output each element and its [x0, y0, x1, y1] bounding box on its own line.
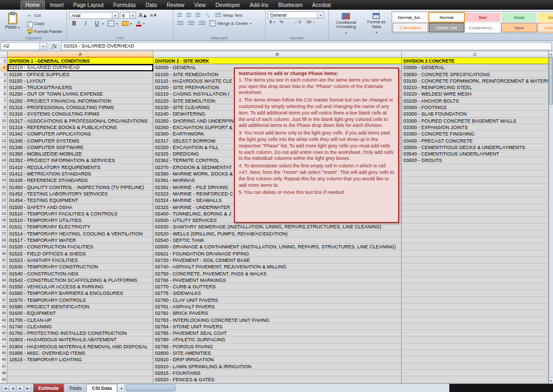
- cell-C15[interactable]: 03540 - CEMENTITIOUS UNDERLAYMENT: [402, 151, 549, 157]
- cell-C14[interactable]: 03500 - CEMENTITIOUS DECKS & UNDERLAYMEN…: [402, 144, 549, 151]
- row-header-18[interactable]: 18: [0, 171, 8, 177]
- cell-A33[interactable]: 01540 - CONSTRUCTION AIDS: [8, 271, 153, 277]
- row-header-16[interactable]: 16: [0, 157, 8, 164]
- row-header-46[interactable]: 46: [0, 356, 8, 363]
- row-header-13[interactable]: 13: [0, 138, 8, 144]
- cell-A38[interactable]: 01580 - PROJECT IDENTIFICATION: [8, 303, 153, 310]
- row-header-42[interactable]: 42: [0, 330, 8, 336]
- cell-A36[interactable]: 01560 - TEMPORARY BARRIERS & ENCLOSURES: [8, 290, 153, 296]
- cell-C48[interactable]: [402, 370, 549, 376]
- cell-A25[interactable]: 01510 - TEMPORARY UTILITIES: [8, 217, 153, 224]
- row-header-26[interactable]: 26: [0, 224, 8, 230]
- cell-A4[interactable]: 01150 - LAYOUT: [8, 78, 153, 84]
- cell-C18[interactable]: [402, 171, 549, 177]
- formula-input[interactable]: 01010 - SALARIED OVERHEAD: [61, 42, 552, 50]
- cell-A15[interactable]: 01350 - MOBILIZE/DE-MOBILIZE: [8, 151, 153, 157]
- cell-C42[interactable]: [402, 330, 549, 336]
- cell-C1[interactable]: DIVISION 3 CONCRETE: [402, 58, 549, 64]
- copy-button[interactable]: Copy: [25, 19, 64, 28]
- row-header-19[interactable]: 19: [0, 177, 8, 184]
- underline-button[interactable]: U▾: [92, 19, 105, 28]
- style-bad[interactable]: Bad: [465, 12, 501, 22]
- cell-C3[interactable]: 03050 - CONCRETE SPECIFICATIONS: [402, 71, 549, 78]
- cell-B28[interactable]: 02540 - SEPTIC TANK: [153, 237, 402, 244]
- cell-C2[interactable]: 03000 - GENERAL: [402, 64, 549, 71]
- cell-C46[interactable]: [402, 356, 549, 363]
- cell-C21[interactable]: [402, 191, 549, 197]
- cell-A16[interactable]: 01352 - PROJECT INFORMATION & SERVICES: [8, 157, 153, 164]
- cell-A13[interactable]: 01345 - COMPUTER SYSTEMS: [8, 138, 153, 144]
- cell-C38[interactable]: [402, 303, 549, 310]
- row-header-45[interactable]: 45: [0, 350, 8, 356]
- style-linked-cell[interactable]: Linked Cell: [537, 23, 553, 32]
- cell-A3[interactable]: 01100 - OFFICE SUPPLIES: [8, 71, 153, 78]
- cell-C9[interactable]: 03300 - SLAB FOUNDATION: [402, 111, 549, 117]
- cell-C35[interactable]: [402, 283, 549, 290]
- cell-C17[interactable]: [402, 164, 549, 171]
- sheet-nav-first-button[interactable]: |◀: [2, 385, 9, 391]
- horizontal-scrollbar[interactable]: ◀: [117, 384, 449, 392]
- percent-button[interactable]: %: [278, 18, 285, 25]
- row-header-12[interactable]: 12: [0, 131, 8, 137]
- cell-A8[interactable]: 01315 - PROFESSIONAL CONSULTING FIRMS: [8, 104, 153, 111]
- row-header-31[interactable]: 31: [0, 257, 8, 263]
- row-header-37[interactable]: 37: [0, 297, 8, 303]
- paste-button[interactable]: Paste ▾: [2, 11, 23, 35]
- cell-A28[interactable]: 01517 - TEMPORARY WATER: [8, 237, 153, 244]
- cell-A44[interactable]: 01904 - HAZARDOUS MATERIALS REMOVAL AND …: [8, 343, 153, 350]
- cell-B42[interactable]: 02785 - PAVEMENT SEAL COAT: [153, 330, 402, 336]
- cell-A21[interactable]: 01452 - TESTING LABORATORY SERVICES: [8, 191, 153, 197]
- cell-C27[interactable]: [402, 231, 549, 237]
- cell-C11[interactable]: 03300 - EXPANSION JOINTS: [402, 124, 549, 131]
- shrink-font-button[interactable]: A▼: [149, 12, 159, 19]
- cell-B39[interactable]: 02782 - BRICK PAVERS: [153, 310, 402, 316]
- cell-B31[interactable]: 02720 - PAVEMENT - SOIL CEMENT BASE: [153, 257, 402, 263]
- cell-B35[interactable]: 02770 - CURB & GUTTERS: [153, 283, 402, 290]
- cell-A31[interactable]: 01523 - SANITARY FACILITIES: [8, 257, 153, 263]
- row-header-17[interactable]: 17: [0, 164, 8, 171]
- cell-C13[interactable]: 03400 - PRECAST CONCRETE: [402, 138, 549, 144]
- row-header-14[interactable]: 14: [0, 144, 8, 151]
- cell-B26[interactable]: 02530 - SANITARY SEWERAGE (INSTALLATION,…: [153, 224, 402, 230]
- comma-button[interactable]: ,: [286, 18, 291, 25]
- ribbon-tab-home[interactable]: Home: [21, 1, 45, 10]
- cell-A5[interactable]: 01200 - TRUCKS/TRAILERS: [8, 84, 153, 91]
- row-header-48[interactable]: 48: [0, 370, 8, 376]
- conditional-formatting-button[interactable]: Conditional Formatting ▾: [331, 11, 361, 35]
- cell-C25[interactable]: [402, 217, 549, 224]
- wrap-text-button[interactable]: Wrap Text: [213, 12, 244, 19]
- cell-A43[interactable]: 01903 - HAZARDOUS MATERIALS ABATEMENT: [8, 336, 153, 343]
- row-header-10[interactable]: 10: [0, 118, 8, 124]
- row-header-34[interactable]: 34: [0, 277, 8, 283]
- cell-C40[interactable]: [402, 317, 549, 323]
- row-header-5[interactable]: 5: [0, 84, 8, 91]
- row-header-25[interactable]: 25: [0, 217, 8, 224]
- sheet-tab-csi-data[interactable]: CSI Data: [87, 384, 117, 392]
- column-header-b[interactable]: B: [153, 51, 402, 58]
- sheet-nav-last-button[interactable]: ▶|: [24, 385, 31, 391]
- cell-A2[interactable]: 01010 - SALARIED OVERHEAD: [8, 64, 153, 71]
- cut-button[interactable]: ✂Cut: [25, 11, 64, 19]
- cell-C4[interactable]: 03100 - CONCRETE FORMWORK, REINFORCEMENT…: [402, 78, 549, 84]
- align-top-button[interactable]: [176, 12, 184, 19]
- row-header-30[interactable]: 30: [0, 251, 8, 257]
- row-header-15[interactable]: 15: [0, 151, 8, 157]
- vertical-scroll-thumb[interactable]: [549, 57, 553, 105]
- cell-B33[interactable]: 02750 - CONCRETE, PAVEMENT, PADS & WALKS: [153, 271, 402, 277]
- font-size-combo[interactable]: 9▾: [120, 12, 136, 19]
- row-header-32[interactable]: 32: [0, 263, 8, 270]
- row-header-36[interactable]: 36: [0, 290, 8, 296]
- align-left-button[interactable]: [176, 20, 185, 27]
- sheet-nav-prev-button[interactable]: ◀: [9, 385, 16, 391]
- cell-C28[interactable]: [402, 237, 549, 244]
- cell-A1[interactable]: DIVISION 1 - GENERAL CONDITIONS: [8, 58, 153, 64]
- borders-button[interactable]: ▾: [106, 19, 119, 28]
- style-check-cell[interactable]: Check Cell: [429, 23, 464, 32]
- cell-C20[interactable]: [402, 184, 549, 191]
- cell-A20[interactable]: 01450 - QUALITY CONTROL - INSPECTIONS (T…: [8, 184, 153, 191]
- row-header-27[interactable]: 27: [0, 231, 8, 237]
- cell-A49[interactable]: [8, 376, 153, 383]
- sheet-nav-next-button[interactable]: ▶: [17, 385, 24, 391]
- row-header-2[interactable]: 2: [0, 64, 8, 71]
- cell-A48[interactable]: [8, 370, 153, 376]
